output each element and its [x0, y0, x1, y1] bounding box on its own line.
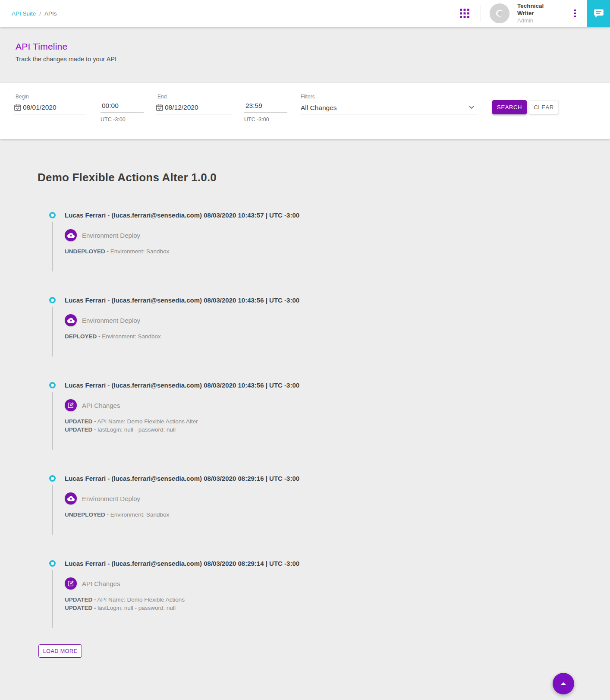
user-role: Admin [517, 17, 560, 24]
entry-header: Lucas Ferrari - (lucas.ferrari@sensedia.… [65, 381, 610, 390]
page-subtitle: Track the changes made to your API [16, 56, 610, 63]
status-text: Environment: Sandbox [109, 511, 169, 518]
avatar-logo-icon [490, 3, 509, 23]
status-text: Environment: Sandbox [101, 333, 161, 340]
load-more-button[interactable]: LOAD MORE [38, 644, 82, 658]
status-line: DEPLOYED - Environment: Sandbox [65, 332, 610, 341]
topbar-right-cluster: Technical Writer Admin [460, 0, 610, 27]
end-date-field[interactable] [156, 101, 233, 114]
filters-label: Filters [301, 94, 478, 100]
status-text: API Name: Demo Flexible Actions Alter [96, 418, 198, 425]
entry-header: Lucas Ferrari - (lucas.ferrari@sensedia.… [65, 296, 610, 305]
breadcrumb-separator: / [39, 10, 41, 17]
kebab-dot [574, 9, 576, 11]
status-prefix: UNDEPLOYED - [65, 248, 109, 255]
end-time-field[interactable] [244, 100, 287, 113]
entry-header: Lucas Ferrari - (lucas.ferrari@sensedia.… [65, 474, 610, 483]
entry-action-row: Environment Deploy [65, 229, 610, 241]
end-utc-label: UTC -3:00 [244, 117, 287, 123]
status-line: UPDATED - lastLogin: null - password: nu… [65, 426, 610, 434]
topbar-divider [481, 5, 481, 22]
status-line: UNDEPLOYED - Environment: Sandbox [65, 511, 610, 519]
status-prefix: UPDATED - [65, 605, 96, 611]
status-line: UPDATED - API Name: Demo Flexible Action… [65, 417, 610, 426]
action-label: API Changes [82, 402, 120, 409]
api-changes-icon [65, 577, 77, 590]
kebab-dot [574, 13, 576, 14]
end-label: End [157, 94, 233, 100]
timeline-entry: Lucas Ferrari - (lucas.ferrari@sensedia.… [49, 296, 610, 356]
timeline: Lucas Ferrari - (lucas.ferrari@sensedia.… [49, 211, 610, 628]
begin-date-group: Begin [14, 94, 86, 114]
status-text: API Name: Demo Flexible Actions [96, 596, 185, 603]
status-text: Environment: Sandbox [109, 248, 169, 255]
environment-deploy-icon [65, 229, 77, 241]
end-date-input[interactable] [164, 104, 233, 112]
environment-deploy-icon [65, 314, 77, 326]
timeline-entry: Lucas Ferrari - (lucas.ferrari@sensedia.… [49, 381, 610, 450]
begin-date-input[interactable] [22, 104, 86, 112]
status-text: lastLogin: null - password: null [96, 605, 176, 611]
breadcrumb-api-suite-link[interactable]: API Suite [12, 10, 36, 17]
entry-status-lines: DEPLOYED - Environment: Sandbox [65, 332, 610, 341]
end-date-group: End [156, 94, 233, 114]
status-prefix: DEPLOYED - [65, 333, 101, 340]
status-prefix: UPDATED - [65, 426, 96, 433]
filters-selected-value: All Changes [300, 104, 337, 112]
filters-group: Filters All Changes [300, 94, 478, 114]
search-button[interactable]: SEARCH [492, 100, 527, 114]
arrow-up-icon [561, 682, 566, 685]
timeline-entry: Lucas Ferrari - (lucas.ferrari@sensedia.… [49, 211, 610, 271]
filters-select[interactable]: All Changes [300, 101, 478, 114]
timeline-entry: Lucas Ferrari - (lucas.ferrari@sensedia.… [49, 559, 610, 628]
page-header: API Timeline Track the changes made to y… [0, 27, 610, 83]
entry-action-row: API Changes [65, 399, 610, 411]
chat-button[interactable] [587, 0, 610, 27]
user-info: Technical Writer Admin [517, 3, 560, 24]
avatar[interactable] [490, 3, 509, 23]
end-time-group: UTC -3:00 [244, 100, 287, 123]
status-line: UPDATED - API Name: Demo Flexible Action… [65, 596, 610, 604]
end-time-input[interactable] [244, 102, 287, 110]
begin-utc-label: UTC -3:00 [101, 117, 144, 123]
begin-time-field[interactable] [101, 100, 144, 113]
user-name: Technical Writer [517, 3, 560, 17]
action-label: Environment Deploy [82, 317, 140, 324]
chat-icon [593, 8, 604, 19]
action-label: Environment Deploy [82, 495, 140, 502]
top-bar: API Suite / APIs [0, 0, 610, 27]
begin-time-input[interactable] [101, 102, 144, 110]
breadcrumb: API Suite / APIs [12, 10, 57, 17]
calendar-icon [156, 104, 164, 111]
chevron-down-icon [469, 105, 475, 110]
begin-date-field[interactable] [14, 101, 86, 114]
entry-status-lines: UNDEPLOYED - Environment: Sandbox [65, 247, 610, 255]
scroll-to-top-fab[interactable] [553, 673, 574, 694]
entry-action-row: Environment Deploy [65, 492, 610, 505]
clear-button[interactable]: CLEAR [529, 100, 559, 114]
filter-bar: Begin UTC -3:00 [0, 83, 610, 139]
entry-action-row: API Changes [65, 577, 610, 590]
entry-status-lines: UNDEPLOYED - Environment: Sandbox [65, 511, 610, 519]
main-content: Demo Flexible Actions Alter 1.0.0 Lucas … [0, 139, 610, 700]
action-label: API Changes [82, 580, 120, 587]
apps-grid-button[interactable] [460, 9, 469, 18]
begin-label: Begin [16, 94, 86, 100]
page-title: API Timeline [16, 41, 610, 52]
apps-grid-icon [460, 9, 469, 18]
calendar-icon [14, 104, 22, 111]
api-title: Demo Flexible Actions Alter 1.0.0 [38, 171, 610, 184]
api-changes-icon [65, 399, 77, 411]
entry-header: Lucas Ferrari - (lucas.ferrari@sensedia.… [65, 211, 610, 220]
kebab-menu-button[interactable] [572, 8, 578, 19]
page: API Suite / APIs [0, 0, 610, 700]
timeline-entry: Lucas Ferrari - (lucas.ferrari@sensedia.… [49, 474, 610, 535]
entry-status-lines: UPDATED - API Name: Demo Flexible Action… [65, 417, 610, 434]
status-prefix: UPDATED - [65, 418, 96, 425]
breadcrumb-current: APIs [44, 10, 57, 17]
action-label: Environment Deploy [82, 232, 140, 239]
entry-status-lines: UPDATED - API Name: Demo Flexible Action… [65, 596, 610, 612]
environment-deploy-icon [65, 492, 77, 505]
status-text: lastLogin: null - password: null [96, 426, 176, 433]
entry-action-row: Environment Deploy [65, 314, 610, 326]
